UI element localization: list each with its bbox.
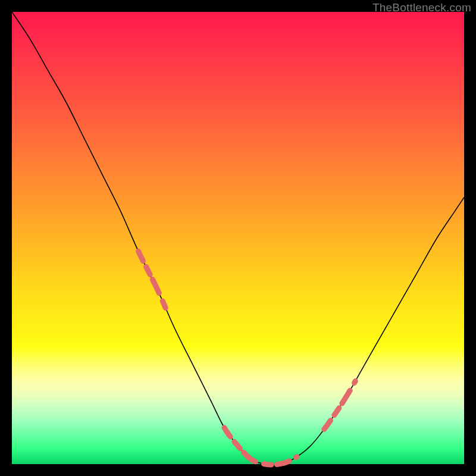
highlight-dash	[162, 301, 165, 308]
highlight-dash	[234, 441, 240, 448]
highlight-dash	[264, 464, 271, 465]
highlight-dash	[277, 461, 289, 465]
curve-svg	[12, 12, 464, 464]
bottleneck-curve	[12, 12, 464, 465]
highlight-dash	[243, 452, 255, 462]
highlight-dash	[224, 428, 230, 437]
highlight-dashes	[139, 251, 356, 465]
chart-frame: TheBottleneck.com	[0, 0, 476, 476]
highlight-dash	[342, 390, 350, 403]
highlight-dash	[354, 381, 355, 383]
highlight-dash	[324, 421, 331, 430]
highlight-dash	[139, 251, 143, 261]
plot-area	[12, 12, 464, 464]
highlight-dash	[152, 279, 159, 293]
highlight-dash	[146, 267, 151, 274]
highlight-dash	[334, 408, 339, 415]
highlight-dash	[296, 457, 297, 458]
